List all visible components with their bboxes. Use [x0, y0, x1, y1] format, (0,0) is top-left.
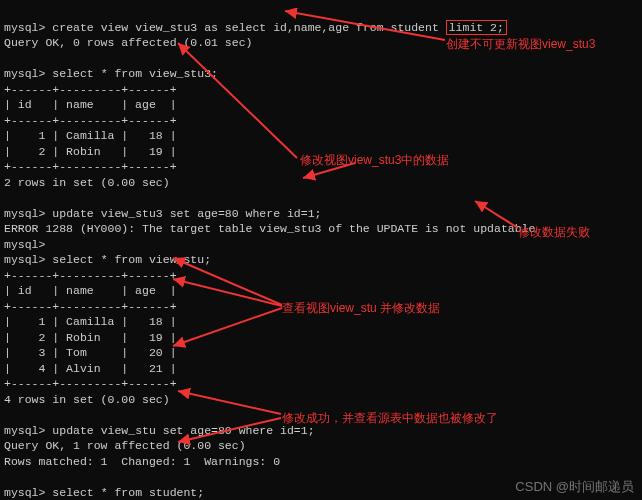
prompt: mysql> [4, 486, 45, 499]
watermark: CSDN @时间邮递员 [515, 478, 634, 496]
table-sep: +------+---------+------+ [4, 83, 177, 96]
prompt: mysql> [4, 238, 45, 251]
table-header: | id | name | age | [4, 98, 177, 111]
response-ok: Query OK, 0 rows affected (0.01 sec) [4, 36, 252, 49]
prompt: mysql> [4, 253, 45, 266]
limit-clause-highlight: limit 2; [446, 20, 507, 35]
table-sep: +------+---------+------+ [4, 114, 177, 127]
cmd-select-stu3: select * from view_stu3; [52, 67, 218, 80]
cmd-update-stu3: update view_stu3 set age=80 where id=1; [52, 207, 321, 220]
cmd-update-stu: update view_stu set age=80 where id=1; [52, 424, 314, 437]
table-sep: +------+---------+------+ [4, 300, 177, 313]
annotation-update-stu3: 修改视图view_stu3中的数据 [300, 152, 449, 168]
table-row: | 1 | Camilla | 18 | [4, 315, 177, 328]
rows-matched: Rows matched: 1 Changed: 1 Warnings: 0 [4, 455, 280, 468]
prompt: mysql> [4, 21, 45, 34]
table-row: | 2 | Robin | 19 | [4, 331, 177, 344]
annotation-update-fail: 修改数据失败 [518, 224, 590, 240]
annotation-view-stu: 查看视图view_stu 并修改数据 [282, 300, 440, 316]
cmd-select-stu: select * from view_stu; [52, 253, 211, 266]
table-sep: +------+---------+------+ [4, 160, 177, 173]
table-row: | 4 | Alvin | 21 | [4, 362, 177, 375]
annotation-success: 修改成功，并查看源表中数据也被修改了 [282, 410, 498, 426]
prompt: mysql> [4, 424, 45, 437]
error-1288: ERROR 1288 (HY000): The target table vie… [4, 222, 535, 235]
table-row: | 1 | Camilla | 18 | [4, 129, 177, 142]
table-header: | id | name | age | [4, 284, 177, 297]
prompt: mysql> [4, 207, 45, 220]
rows-count: 4 rows in set (0.00 sec) [4, 393, 170, 406]
cmd-select-student: select * from student; [52, 486, 204, 499]
rows-count: 2 rows in set (0.00 sec) [4, 176, 170, 189]
table-sep: +------+---------+------+ [4, 377, 177, 390]
table-row: | 2 | Robin | 19 | [4, 145, 177, 158]
prompt: mysql> [4, 67, 45, 80]
cmd-create-view: create view view_stu3 as select id,name,… [52, 21, 445, 34]
response-ok: Query OK, 1 row affected (0.00 sec) [4, 439, 246, 452]
table-row: | 3 | Tom | 20 | [4, 346, 177, 359]
annotation-create-view: 创建不可更新视图view_stu3 [446, 36, 595, 52]
table-sep: +------+---------+------+ [4, 269, 177, 282]
